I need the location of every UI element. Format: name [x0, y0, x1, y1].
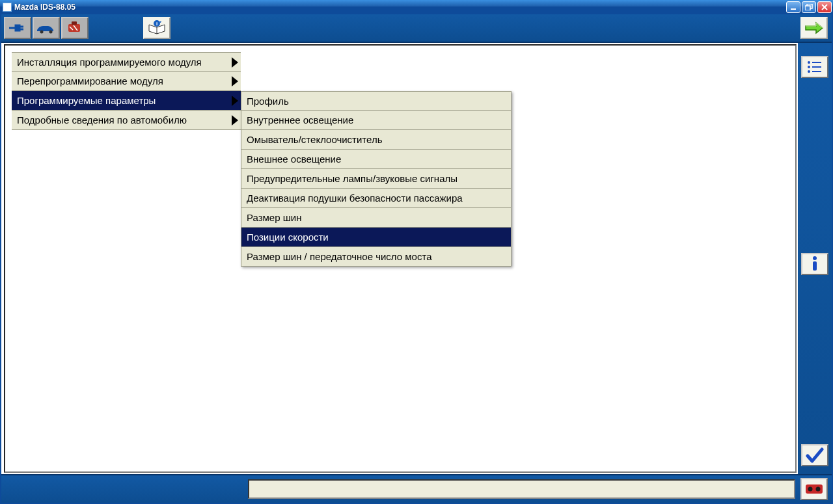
menu1-label: Программируемые параметры: [17, 95, 156, 106]
svg-rect-8: [72, 21, 77, 25]
status-bar: [1, 474, 832, 503]
toolbar-btn-tools[interactable]: [61, 17, 89, 39]
menu1-label: Инсталляция программируемого модуля: [17, 57, 202, 68]
rail-btn-info[interactable]: [801, 253, 828, 275]
svg-rect-18: [813, 261, 817, 271]
svg-point-13: [808, 66, 810, 68]
menu2-item-speed-positions[interactable]: Позиции скорости: [241, 228, 512, 247]
main-row: Инсталляция программируемого модуля Пере…: [1, 43, 832, 474]
menu2-label: Деактивация подушки безопасности пассажи…: [247, 192, 463, 204]
app-frame: i Инсталляция программируемого модуля Пе…: [0, 14, 833, 504]
window-buttons: [786, 1, 832, 13]
list-icon: [806, 60, 823, 74]
svg-rect-2: [805, 6, 810, 10]
menu-level-2: Профиль Внутреннее освещение Омыватель/с…: [241, 91, 512, 267]
toolbar-btn-proceed[interactable]: [800, 17, 828, 39]
svg-rect-0: [791, 8, 796, 10]
restore-icon: [805, 4, 813, 10]
toolbar-btn-module-programming[interactable]: i: [143, 17, 171, 39]
menu2-label: Омыватель/стеклоочиститель: [247, 134, 382, 145]
restore-button[interactable]: [802, 1, 816, 13]
minimize-button[interactable]: [786, 1, 800, 13]
rail-btn-confirm[interactable]: [801, 444, 828, 466]
status-btn-record[interactable]: [800, 478, 828, 500]
module-book-icon: i: [147, 20, 167, 36]
proceed-arrow-icon: [803, 20, 825, 36]
svg-rect-7: [68, 24, 80, 32]
menu2-label: Внутреннее освещение: [247, 114, 353, 126]
content-pane: Инсталляция программируемого модуля Пере…: [4, 44, 797, 473]
svg-point-17: [813, 256, 817, 260]
menu2-item-airbag-deactivation[interactable]: Деактивация подушки безопасности пассажи…: [241, 189, 512, 208]
svg-rect-14: [812, 66, 821, 68]
menu2-label: Профиль: [247, 96, 289, 107]
rail-btn-list[interactable]: [801, 56, 828, 78]
tools-icon: [66, 20, 84, 36]
window-title: Mazda IDS-88.05: [14, 3, 75, 12]
svg-point-20: [808, 487, 813, 492]
menu2-item-warning-lamps[interactable]: Предупредительные лампы/звуковые сигналы: [241, 169, 512, 189]
menu-level-1: Инсталляция программируемого модуля Пере…: [12, 52, 241, 130]
svg-text:i: i: [156, 21, 157, 27]
svg-point-11: [808, 61, 810, 64]
menu1-label: Подробные сведения по автомобилю: [17, 114, 187, 126]
right-rail: [798, 43, 832, 474]
toolbar-btn-connector[interactable]: [4, 17, 31, 39]
svg-point-6: [49, 31, 53, 34]
menu2-item-profile[interactable]: Профиль: [241, 91, 512, 111]
submenu-arrow-icon: [232, 115, 238, 126]
svg-rect-12: [812, 62, 821, 63]
app-icon: [3, 3, 12, 12]
svg-point-5: [40, 31, 44, 34]
status-message-field: [248, 479, 795, 499]
info-icon: [808, 256, 821, 272]
menu2-item-washer-wiper[interactable]: Омыватель/стеклоочиститель: [241, 130, 512, 150]
submenu-arrow-icon: [232, 76, 238, 86]
record-icon: [804, 483, 824, 496]
menu1-item-programmable-params[interactable]: Программируемые параметры: [12, 91, 241, 111]
submenu-arrow-icon: [232, 96, 238, 106]
menu2-label: Позиции скорости: [247, 232, 329, 243]
menu2-item-tire-axle-ratio[interactable]: Размер шин / передаточное число моста: [241, 247, 512, 267]
svg-rect-16: [812, 71, 821, 72]
toolbar-btn-vehicle[interactable]: [33, 17, 60, 39]
vehicle-icon: [35, 21, 57, 35]
menu2-label: Размер шин: [247, 212, 301, 223]
checkmark-icon: [806, 447, 824, 464]
menu2-item-tire-size[interactable]: Размер шин: [241, 208, 512, 228]
toolbar: i: [1, 14, 832, 43]
toolbar-left-group: [4, 17, 90, 39]
menu2-item-interior-lighting[interactable]: Внутреннее освещение: [241, 111, 512, 130]
menu1-item-vehicle-details[interactable]: Подробные сведения по автомобилю: [12, 111, 241, 130]
minimize-icon: [790, 4, 797, 10]
svg-point-21: [816, 487, 821, 492]
menu1-label: Перепрограммирование модуля: [17, 75, 163, 86]
menu1-item-reprogram-module[interactable]: Перепрограммирование модуля: [12, 72, 241, 91]
menu2-label: Предупредительные лампы/звуковые сигналы: [247, 173, 457, 184]
connector-icon: [8, 21, 27, 35]
titlebar: Mazda IDS-88.05: [0, 0, 833, 14]
menu2-label: Размер шин / передаточное число моста: [247, 251, 432, 262]
close-icon: [821, 4, 828, 10]
submenu-arrow-icon: [232, 57, 238, 68]
menu2-item-exterior-lighting[interactable]: Внешнее освещение: [241, 150, 512, 169]
svg-point-15: [808, 70, 810, 73]
menu2-label: Внешнее освещение: [247, 153, 341, 165]
close-button[interactable]: [817, 1, 832, 13]
menu1-item-install-module[interactable]: Инсталляция программируемого модуля: [12, 52, 241, 72]
